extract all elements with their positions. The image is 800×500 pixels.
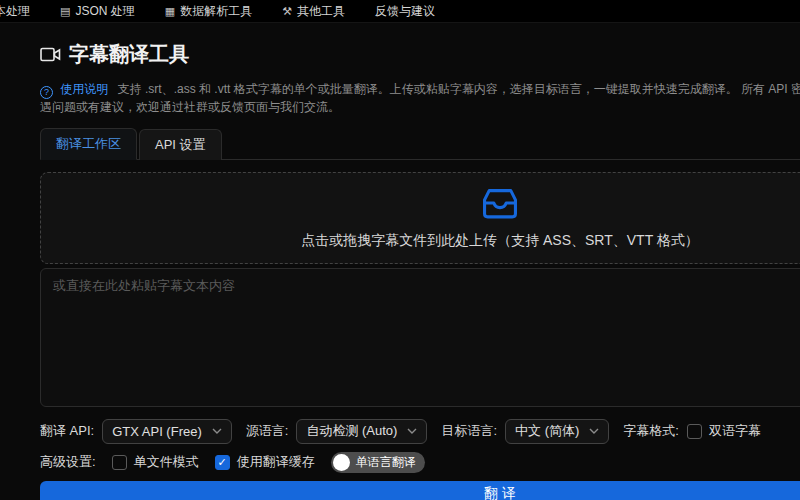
- usage-instructions: ? 使用说明 支持 .srt、.ass 和 .vtt 格式字幕的单个或批量翻译。…: [40, 81, 800, 115]
- nav-item-other-tools[interactable]: ⚒ 其他工具: [282, 3, 345, 20]
- api-select-label: 翻译 API:: [40, 422, 94, 440]
- nav-item-label: 反馈与建议: [375, 3, 435, 20]
- single-file-checkbox-label: 单文件模式: [134, 453, 199, 471]
- nav-item-label: JSON 处理: [75, 3, 134, 20]
- nav-item-feedback[interactable]: 反馈与建议: [375, 3, 435, 20]
- single-file-mode-option[interactable]: 单文件模式: [112, 453, 199, 471]
- instructions-line-1: ? 使用说明 支持 .srt、.ass 和 .vtt 格式字幕的单个或批量翻译。…: [40, 81, 800, 99]
- top-navigation: 本处理 ▤ JSON 处理 ▦ 数据解析工具 ⚒ 其他工具 反馈与建议: [0, 0, 800, 23]
- settings-row-primary: 翻译 API: GTX API (Free) 源语言: 自动检测 (Auto) …: [40, 419, 800, 444]
- nav-item-json[interactable]: ▤ JSON 处理: [60, 3, 135, 20]
- wrench-icon: ⚒: [282, 6, 292, 17]
- dropzone-hint-text: 点击或拖拽字幕文件到此处上传（支持 ASS、SRT、VTT 格式）: [301, 232, 699, 250]
- target-lang-select[interactable]: 中文 (简体): [505, 419, 609, 444]
- api-select-group: 翻译 API: GTX API (Free): [40, 419, 232, 444]
- frame-icon: ▦: [165, 6, 175, 17]
- target-lang-group: 目标语言: 中文 (简体): [441, 419, 609, 444]
- instructions-line-2: 遇问题或有建议，欢迎通过社群或反馈页面与我们交流。: [40, 99, 800, 115]
- nav-item-text-processing[interactable]: 本处理: [0, 3, 30, 20]
- source-lang-select[interactable]: 自动检测 (Auto): [296, 419, 427, 444]
- subtitle-format-label: 字幕格式:: [623, 422, 679, 440]
- source-lang-label: 源语言:: [246, 422, 289, 440]
- switch-knob: [333, 454, 350, 471]
- subtitle-format-group: 字幕格式: 双语字幕: [623, 422, 761, 440]
- source-lang-value: 自动检测 (Auto): [306, 422, 397, 440]
- chevron-down-icon: [407, 428, 417, 434]
- nav-item-data-parse[interactable]: ▦ 数据解析工具: [165, 3, 252, 20]
- api-select[interactable]: GTX API (Free): [102, 419, 232, 444]
- translation-cache-option[interactable]: ✓ 使用翻译缓存: [215, 453, 315, 471]
- translation-cache-checkbox[interactable]: ✓: [215, 455, 230, 470]
- chevron-down-icon: [589, 428, 599, 434]
- page-title: 字幕翻译工具: [40, 41, 800, 68]
- instructions-text-2: 遇问题或有建议，欢迎通过社群或反馈页面与我们交流。: [40, 100, 340, 114]
- file-dropzone[interactable]: 点击或拖拽字幕文件到此处上传（支持 ASS、SRT、VTT 格式）: [40, 172, 800, 264]
- help-circle-icon: ?: [40, 86, 53, 99]
- tab-translate-workspace[interactable]: 翻译工作区: [40, 128, 137, 160]
- chevron-down-icon: [212, 428, 222, 434]
- translation-cache-checkbox-label: 使用翻译缓存: [237, 453, 315, 471]
- inbox-icon: [481, 186, 519, 224]
- video-camera-icon: [40, 46, 61, 63]
- target-lang-label: 目标语言:: [441, 422, 497, 440]
- instructions-text-1: 支持 .srt、.ass 和 .vtt 格式字幕的单个或批量翻译。上传或粘贴字幕…: [118, 82, 800, 96]
- list-icon: ▤: [60, 6, 70, 17]
- settings-row-advanced: 高级设置: 单文件模式 ✓ 使用翻译缓存 单语言翻译: [40, 452, 800, 473]
- target-lang-value: 中文 (简体): [515, 422, 579, 440]
- source-lang-group: 源语言: 自动检测 (Auto): [246, 419, 428, 444]
- translate-button[interactable]: 翻 译: [40, 481, 800, 500]
- nav-item-label: 其他工具: [297, 3, 345, 20]
- tab-api-settings[interactable]: API 设置: [139, 129, 222, 160]
- usage-guide-link[interactable]: 使用说明: [60, 82, 108, 96]
- nav-item-label: 数据解析工具: [180, 3, 252, 20]
- bilingual-checkbox[interactable]: [687, 424, 702, 439]
- api-select-value: GTX API (Free): [112, 424, 202, 439]
- page-title-text: 字幕翻译工具: [69, 41, 189, 68]
- main-content: 字幕翻译工具 ? 使用说明 支持 .srt、.ass 和 .vtt 格式字幕的单…: [40, 41, 800, 500]
- mono-language-switch-label: 单语言翻译: [356, 454, 416, 471]
- nav-item-label: 本处理: [0, 3, 30, 20]
- bilingual-subtitle-option[interactable]: 双语字幕: [687, 422, 761, 440]
- tab-bar: 翻译工作区 API 设置: [40, 127, 800, 160]
- advanced-settings-label: 高级设置:: [40, 453, 96, 471]
- mono-language-switch[interactable]: 单语言翻译: [331, 452, 425, 473]
- single-file-checkbox[interactable]: [112, 455, 127, 470]
- subtitle-paste-input[interactable]: [40, 268, 800, 407]
- bilingual-checkbox-label: 双语字幕: [709, 422, 761, 440]
